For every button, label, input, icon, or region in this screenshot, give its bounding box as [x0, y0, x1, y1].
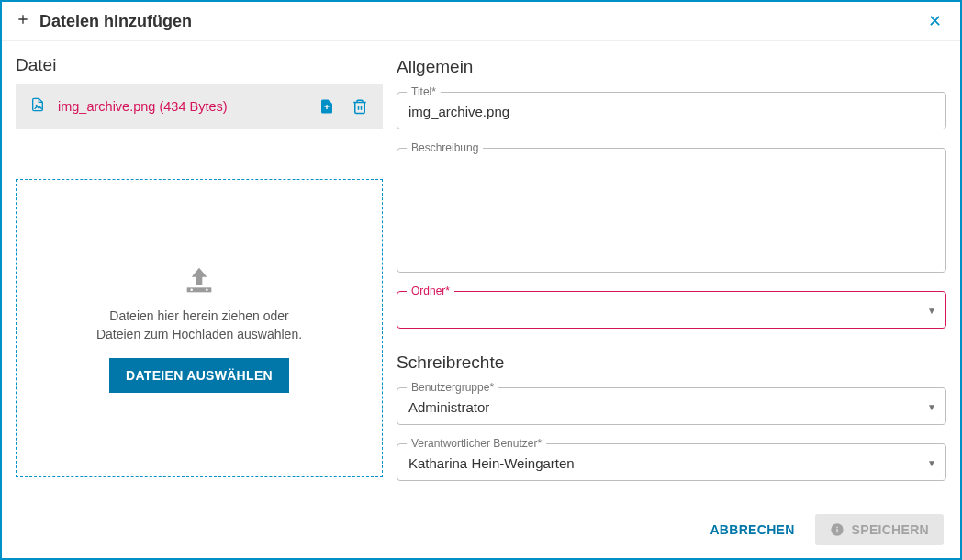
image-file-icon — [30, 95, 45, 118]
left-column: Datei img_archive.png (434 Bytes) Dateie… — [16, 55, 383, 499]
replace-file-button[interactable] — [319, 98, 335, 115]
file-dropzone[interactable]: Dateien hier herein ziehen oder Dateien … — [16, 179, 383, 477]
close-button[interactable]: ✕ — [923, 11, 946, 31]
save-button[interactable]: SPEICHERN — [815, 514, 944, 545]
info-icon — [830, 522, 845, 537]
file-name-label: img_archive.png (434 Bytes) — [58, 99, 306, 114]
svg-point-2 — [206, 288, 208, 291]
folder-field-group: Ordner* ▼ — [397, 291, 946, 329]
right-column: Allgemein Titel* Beschreibung Ordner* ▼ … — [397, 55, 946, 499]
description-field-group: Beschreibung — [397, 148, 946, 273]
cancel-button[interactable]: ABBRECHEN — [710, 522, 794, 537]
dropzone-text-line2: Dateien zum Hochladen auswählen. — [96, 326, 302, 344]
delete-file-button[interactable] — [352, 98, 368, 115]
folder-select[interactable] — [397, 292, 945, 328]
title-field-group: Titel* — [397, 92, 946, 129]
description-input[interactable] — [397, 149, 945, 268]
plus-icon — [16, 12, 30, 30]
dropzone-text: Dateien hier herein ziehen oder Dateien … — [96, 308, 302, 343]
title-input[interactable] — [397, 93, 945, 129]
header-left: Dateien hinzufügen — [16, 12, 192, 31]
dropzone-text-line1: Dateien hier herein ziehen oder — [96, 308, 302, 326]
responsible-user-field-group: Verantwortlicher Benutzer* Katharina Hei… — [397, 443, 946, 481]
usergroup-field-group: Benutzergruppe* Administrator ▼ — [397, 387, 946, 425]
save-button-label: SPEICHERN — [852, 522, 929, 537]
svg-point-1 — [190, 288, 193, 291]
general-section-heading: Allgemein — [397, 57, 946, 77]
dialog-title: Dateien hinzufügen — [39, 12, 192, 31]
select-files-button[interactable]: DATEIEN AUSWÄHLEN — [109, 358, 289, 393]
file-section-heading: Datei — [16, 55, 383, 75]
responsible-user-label: Verantwortlicher Benutzer* — [407, 437, 546, 450]
permissions-section-heading: Schreibrechte — [397, 353, 946, 373]
title-label: Titel* — [407, 85, 441, 98]
file-actions — [319, 98, 368, 115]
description-label: Beschreibung — [407, 141, 483, 154]
dialog-content: Datei img_archive.png (434 Bytes) Dateie… — [2, 41, 960, 499]
dialog-header: Dateien hinzufügen ✕ — [2, 2, 960, 41]
upload-icon — [181, 263, 218, 300]
dialog-footer: ABBRECHEN SPEICHERN — [2, 501, 960, 558]
file-row[interactable]: img_archive.png (434 Bytes) — [16, 84, 383, 129]
folder-label: Ordner* — [407, 285, 454, 297]
usergroup-label: Benutzergruppe* — [407, 381, 498, 394]
